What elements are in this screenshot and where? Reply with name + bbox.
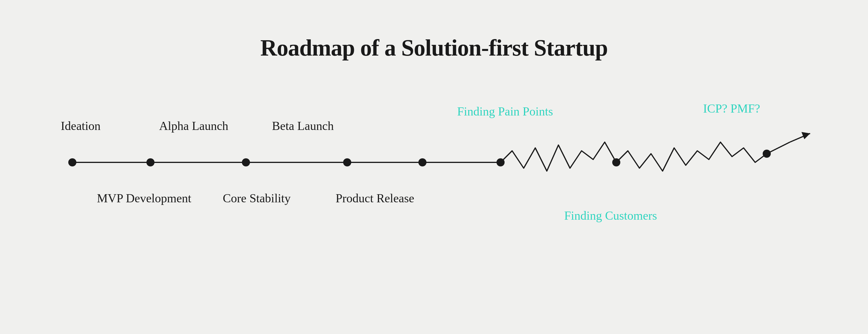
svg-point-9 <box>612 158 620 166</box>
page-title: Roadmap of a Solution-first Startup <box>260 35 608 61</box>
diagram-container: Ideation Alpha Launch Beta Launch Findin… <box>43 84 825 258</box>
svg-point-6 <box>343 158 351 166</box>
svg-point-3 <box>68 158 76 166</box>
svg-point-8 <box>496 158 505 166</box>
svg-point-7 <box>418 158 427 166</box>
roadmap-svg <box>43 84 825 258</box>
svg-point-4 <box>146 158 155 166</box>
svg-marker-2 <box>802 132 810 139</box>
title-area: Roadmap of a Solution-first Startup <box>260 35 608 61</box>
svg-point-5 <box>242 158 250 166</box>
svg-point-10 <box>763 150 771 158</box>
